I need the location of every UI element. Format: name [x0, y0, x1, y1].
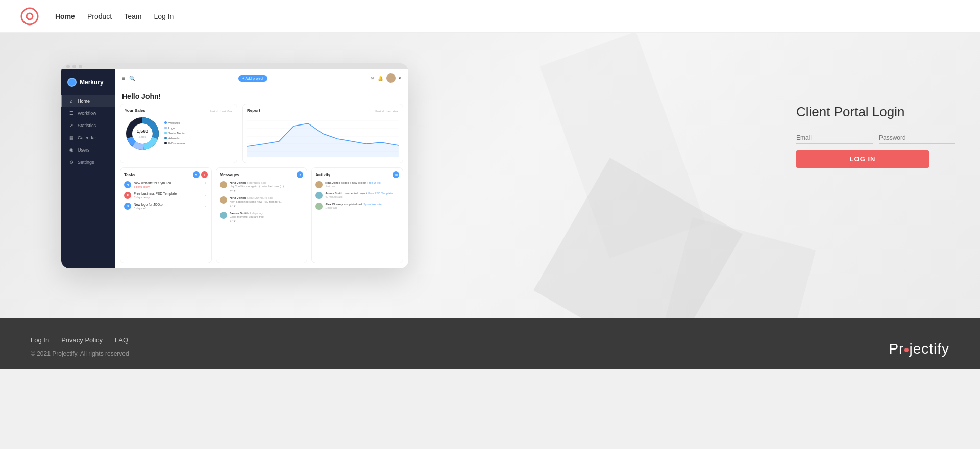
activity-card: Activity 10 Nina Jones added a new proje…: [311, 167, 403, 263]
login-fields: [796, 132, 929, 144]
task-avatar-1: N: [124, 181, 131, 188]
msg-avatar-3: [220, 212, 227, 219]
act-avatar-1: [315, 181, 323, 188]
line-chart: [247, 116, 399, 157]
hamburger-icon[interactable]: ≡: [122, 76, 125, 81]
activity-header: Activity 10: [315, 171, 399, 178]
nav-links: Home Product Team Log In: [55, 12, 174, 20]
messages-header: Messages 2: [220, 171, 304, 178]
act-text-3: Alex Clooney completed task Symu Website: [325, 203, 399, 206]
sidebar-item-settings[interactable]: ⚙ Settings: [61, 156, 115, 168]
sidebar-item-users[interactable]: ◉ Users: [61, 144, 115, 156]
sidebar-workflow-label: Workflow: [78, 111, 96, 116]
sales-period: Period: Last Year: [209, 110, 233, 113]
tasks-card: Tasks 5 2 N New website for Symu.co 3 da…: [120, 167, 212, 263]
sales-card: Your Sales Period: Last Year 1,560: [120, 104, 237, 163]
nav-login[interactable]: Log In: [154, 12, 174, 20]
task-date-3: 5 days left: [134, 207, 201, 210]
statistics-icon: ↗: [68, 123, 75, 128]
messages-card: Messages 2 Nina Jones 8 minutes ago Hey …: [216, 167, 308, 263]
act-text-2: James Smith commented project Free PSD T…: [325, 192, 399, 195]
msg-actions-2: ↩ ♥: [230, 204, 304, 208]
footer-brand: Prjectify: [889, 341, 949, 357]
task-info-1: New website for Symu.co 3 days delay: [134, 181, 201, 188]
charts-row: Your Sales Period: Last Year 1,560: [115, 104, 408, 167]
sidebar-item-workflow[interactable]: ☰ Workflow: [61, 107, 115, 119]
password-field[interactable]: [879, 132, 955, 144]
bottom-row: Tasks 5 2 N New website for Symu.co 3 da…: [115, 167, 408, 268]
act-info-2: James Smith commented project Free PSD T…: [325, 192, 399, 198]
task-name-1: New website for Symu.co: [134, 181, 201, 185]
bell-icon[interactable]: 🔔: [378, 76, 383, 81]
svg-text:Sales: Sales: [138, 135, 146, 138]
msg-item-3: James Smith 3 days ago Good morning, you…: [220, 212, 304, 223]
avatar[interactable]: [386, 73, 396, 83]
msg-name-2: Nina Jones about 20 hours ago: [230, 196, 304, 199]
sidebar-item-home[interactable]: ⌂ Home: [61, 95, 115, 107]
footer-privacy-link[interactable]: Privacy Policy: [61, 336, 103, 344]
sidebar-item-calendar[interactable]: ▦ Calendar: [61, 132, 115, 144]
tasks-badge-blue: 5: [193, 171, 200, 178]
task-dots-1[interactable]: ⋮: [204, 181, 208, 186]
sidebar-item-statistics[interactable]: ↗ Statistics: [61, 119, 115, 132]
dot-2: [72, 65, 76, 68]
logo-icon: [20, 7, 39, 26]
greeting: Hello John!: [115, 87, 408, 104]
act-item-1: Nina Jones added a new project Free UI K…: [315, 181, 399, 188]
nav-product[interactable]: Product: [87, 12, 112, 20]
msg-text-3: Good morning, you are free!: [230, 215, 304, 218]
chevron-down-icon[interactable]: ▾: [399, 76, 401, 81]
donut-legend: Websites Logo Social Media Adwords E-Com…: [164, 121, 185, 146]
msg-item-2: Nina Jones about 20 hours ago Hey! I att…: [220, 196, 304, 208]
sidebar-settings-label: Settings: [78, 160, 94, 165]
login-section: Client Portal Login LOG IN: [796, 104, 939, 168]
footer-login-link[interactable]: Log In: [31, 336, 49, 344]
panel-header: ≡ 🔍 + Add project ✉ 🔔 ▾: [115, 69, 408, 87]
act-time-1: Just now: [325, 185, 399, 188]
task-dots-3[interactable]: ⋮: [204, 203, 208, 207]
search-icon[interactable]: 🔍: [129, 76, 135, 81]
tasks-header: Tasks 5 2: [124, 171, 208, 178]
act-avatar-2: [315, 192, 323, 199]
act-item-2: James Smith commented project Free PSD T…: [315, 192, 399, 199]
main-content: Merkury ⌂ Home ☰ Workflow ↗ Statistics ▦…: [0, 33, 980, 318]
settings-icon: ⚙: [68, 160, 75, 165]
sidebar: Merkury ⌂ Home ☰ Workflow ↗ Statistics ▦…: [61, 69, 115, 268]
sidebar-users-label: Users: [78, 147, 90, 153]
task-dots-2[interactable]: ⋮: [204, 192, 208, 196]
nav-home[interactable]: Home: [55, 12, 75, 20]
footer-copyright: © 2021 Projectify. All rights reserved: [31, 350, 129, 357]
svg-text:1,560: 1,560: [137, 129, 149, 134]
home-icon: ⌂: [68, 98, 75, 104]
nav-team[interactable]: Team: [124, 12, 141, 20]
activity-title: Activity: [315, 172, 330, 177]
msg-item-1: Nina Jones 8 minutes ago Hey You! It's m…: [220, 181, 304, 193]
act-item-3: Alex Clooney completed task Symu Website…: [315, 203, 399, 210]
email-field[interactable]: [796, 132, 873, 144]
messages-badge: 2: [297, 171, 303, 178]
messages-title: Messages: [220, 172, 239, 177]
msg-info-1: Nina Jones 8 minutes ago Hey You! It's m…: [230, 181, 304, 193]
msg-info-3: James Smith 3 days ago Good morning, you…: [230, 212, 304, 223]
report-card: Report Period: Last Year: [242, 104, 403, 163]
users-icon: ◉: [68, 147, 75, 153]
msg-avatar-1: [220, 181, 227, 188]
mockup-top-bar: [61, 63, 408, 69]
donut-container: 1,560 Sales Websites Logo Social Media A…: [125, 116, 233, 152]
add-project-button[interactable]: + Add project: [238, 75, 267, 82]
tasks-title: Tasks: [124, 172, 135, 177]
footer-faq-link[interactable]: FAQ: [115, 336, 128, 344]
task-info-3: New logo for JCO.pl 5 days left: [134, 203, 201, 210]
bg-shape-2: [659, 217, 816, 318]
task-date-1: 3 days delay: [134, 185, 201, 188]
mockup-inner: Merkury ⌂ Home ☰ Workflow ↗ Statistics ▦…: [61, 69, 408, 268]
login-button[interactable]: LOG IN: [796, 150, 929, 168]
main-panel: ≡ 🔍 + Add project ✉ 🔔 ▾ Hello John!: [115, 69, 408, 268]
mail-icon[interactable]: ✉: [371, 76, 375, 81]
dot-3: [79, 65, 82, 68]
svg-point-1: [27, 13, 33, 19]
login-title: Client Portal Login: [796, 104, 904, 120]
footer: Log In Privacy Policy FAQ © 2021 Project…: [0, 318, 980, 369]
workflow-icon: ☰: [68, 111, 75, 116]
act-time-3: 1 hour ago: [325, 206, 399, 209]
